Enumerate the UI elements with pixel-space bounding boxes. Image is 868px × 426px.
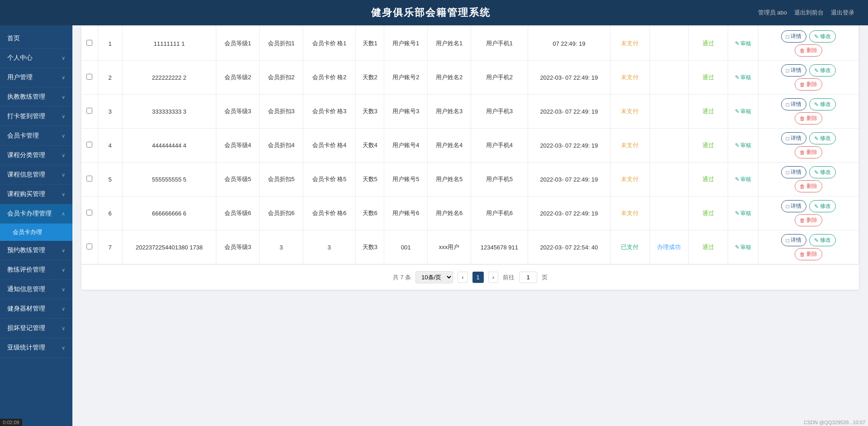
sidebar-item-checkin[interactable]: 打卡签到管理 ∨ xyxy=(0,107,72,126)
audit-button[interactable]: ✎ 审核 xyxy=(735,176,751,183)
edit-icon: ✎ xyxy=(814,67,819,74)
current-page-btn[interactable]: 1 xyxy=(472,272,484,283)
delete-button[interactable]: 🗑 删除 xyxy=(795,180,822,192)
audit-status-badge: 通过 xyxy=(702,244,714,250)
detail-label: 详情 xyxy=(791,67,801,74)
detail-button[interactable]: □ 详情 xyxy=(781,166,806,178)
action-row-top: □ 详情 ✎ 修改 xyxy=(781,200,836,212)
action-row-top: □ 详情 ✎ 修改 xyxy=(781,30,836,43)
sidebar-item-coursecategory[interactable]: 课程分类管理 ∨ xyxy=(0,146,72,165)
sidebar-item-coursebuy[interactable]: 课程购买管理 ∨ xyxy=(0,185,72,204)
goto-label: 前往 xyxy=(503,273,515,282)
edit-button[interactable]: ✎ 修改 xyxy=(809,166,836,178)
sidebar-item-courseinfo[interactable]: 课程信息管理 ∨ xyxy=(0,165,72,185)
page-title: 健身俱乐部会籍管理系统 xyxy=(104,6,758,19)
delete-button[interactable]: 🗑 删除 xyxy=(795,248,822,260)
row-actions: □ 详情 ✎ 修改 🗑 删除 xyxy=(758,196,858,230)
delete-button[interactable]: 🗑 删除 xyxy=(795,214,822,226)
row-checkbox[interactable] xyxy=(86,108,92,114)
sidebar-item-cardmanage[interactable]: 会员卡办理管理 ∧ xyxy=(0,204,72,224)
row-cardno: 555555555 5 xyxy=(122,163,216,196)
delete-button[interactable]: 🗑 删除 xyxy=(795,44,822,57)
row-paystatus: 未支付 xyxy=(610,196,649,230)
table-row: 3 333333333 3 会员等级3 会员折扣3 会员卡价 格3 天数3 用户… xyxy=(81,95,859,129)
delete-label: 删除 xyxy=(806,47,817,54)
edit-button[interactable]: ✎ 修改 xyxy=(809,132,836,144)
sidebar-item-reservation[interactable]: 预约教练管理 ∨ xyxy=(0,241,72,260)
delete-button[interactable]: 🗑 删除 xyxy=(795,146,822,158)
next-page-btn[interactable]: › xyxy=(488,272,498,283)
detail-button[interactable]: □ 详情 xyxy=(781,200,806,212)
detail-button[interactable]: □ 详情 xyxy=(781,234,806,246)
detail-button[interactable]: □ 详情 xyxy=(781,30,806,43)
goto-input[interactable] xyxy=(519,272,537,283)
action-row-top: □ 详情 ✎ 修改 xyxy=(781,132,836,144)
delete-label: 删除 xyxy=(806,182,817,190)
row-checkbox[interactable] xyxy=(86,74,92,80)
audit-button[interactable]: ✎ 审核 xyxy=(735,108,751,115)
audit-button[interactable]: ✎ 审核 xyxy=(735,244,751,251)
sidebar-item-home[interactable]: 首页 xyxy=(0,29,72,48)
row-checkbox[interactable] xyxy=(86,210,92,215)
detail-label: 详情 xyxy=(791,202,801,210)
edit-button[interactable]: ✎ 修改 xyxy=(809,234,836,246)
sidebar-label-coursecategory: 课程分类管理 xyxy=(7,151,45,159)
delete-button[interactable]: 🗑 删除 xyxy=(795,112,822,124)
row-level: 会员等级4 xyxy=(216,129,260,163)
row-checkbox[interactable] xyxy=(86,244,92,249)
audit-button[interactable]: ✎ 审核 xyxy=(735,40,751,48)
pay-status-badge: 未支付 xyxy=(621,40,639,47)
row-audit: ✎ 审核 xyxy=(728,163,758,196)
back-to-front-link[interactable]: 退出到前台 xyxy=(794,9,824,17)
row-price: 会员卡价 格3 xyxy=(303,95,356,129)
row-price: 会员卡价 格6 xyxy=(303,196,356,230)
detail-button[interactable]: □ 详情 xyxy=(781,132,806,144)
edit-button[interactable]: ✎ 修改 xyxy=(809,98,836,110)
audit-button[interactable]: ✎ 审核 xyxy=(735,74,751,81)
row-paystatus: 已支付 xyxy=(610,230,649,264)
action-cell: □ 详情 ✎ 修改 🗑 删除 xyxy=(762,64,855,91)
detail-button[interactable]: □ 详情 xyxy=(781,64,806,77)
row-name: xxx用户 xyxy=(428,230,471,264)
row-checkbox-cell xyxy=(81,95,98,129)
row-created: 2022-03- 07 22:49: 19 xyxy=(528,95,610,129)
row-checkbox[interactable] xyxy=(86,142,92,148)
sidebar-item-notice[interactable]: 通知信息管理 ∨ xyxy=(0,280,72,299)
audit-icon: ✎ xyxy=(735,176,739,182)
row-name: 用户姓名6 xyxy=(428,196,471,230)
audit-button[interactable]: ✎ 审核 xyxy=(735,142,751,149)
delete-label: 删除 xyxy=(806,250,817,258)
row-checkbox[interactable] xyxy=(86,40,92,46)
row-days: 天数5 xyxy=(356,163,384,196)
edit-button[interactable]: ✎ 修改 xyxy=(809,64,836,77)
edit-icon: ✎ xyxy=(814,237,819,244)
sidebar-item-membercard[interactable]: 会员卡管理 ∨ xyxy=(0,126,72,146)
sidebar-item-user[interactable]: 用户管理 ∨ xyxy=(0,68,72,87)
row-checkbox-cell xyxy=(81,196,98,230)
delete-button[interactable]: 🗑 删除 xyxy=(795,78,822,91)
delete-label: 删除 xyxy=(806,216,817,224)
page-size-select[interactable]: 10条/页 20条/页 50条/页 xyxy=(415,271,453,283)
row-phone: 用户手机2 xyxy=(471,61,528,95)
sidebar-subitem-cardhandle[interactable]: 会员卡办理 xyxy=(0,224,72,241)
audit-button[interactable]: ✎ 审核 xyxy=(735,210,751,217)
sidebar-item-coacheval[interactable]: 教练评价管理 ∨ xyxy=(0,260,72,280)
audit-label: 审核 xyxy=(740,74,751,81)
detail-button[interactable]: □ 详情 xyxy=(781,98,806,110)
row-days: 天数2 xyxy=(356,61,384,95)
table-row: 1 11111111 1 会员等级1 会员折扣1 会员卡价 格1 天数1 用户账… xyxy=(81,27,859,61)
action-row-bottom: 🗑 删除 xyxy=(795,180,822,192)
edit-button[interactable]: ✎ 修改 xyxy=(809,30,836,43)
row-checkbox[interactable] xyxy=(86,176,92,182)
sidebar-item-personal[interactable]: 个人中心 ∨ xyxy=(0,48,72,68)
pay-status-badge: 未支付 xyxy=(621,142,639,148)
sidebar-label-coach: 执教教练管理 xyxy=(7,93,45,101)
edit-button[interactable]: ✎ 修改 xyxy=(809,200,836,212)
edit-label: 修改 xyxy=(820,202,831,210)
prev-page-btn[interactable]: ‹ xyxy=(458,272,467,283)
sidebar-item-coach[interactable]: 执教教练管理 ∨ xyxy=(0,87,72,107)
audit-icon: ✎ xyxy=(735,108,739,115)
row-days: 天数3 xyxy=(356,95,384,129)
logout-link[interactable]: 退出登录 xyxy=(831,9,854,17)
table-scroll[interactable]: 序号 会员卡号 会员等级 会员折扣 会员卡价格 天数 用户账号 用户姓名 用户手… xyxy=(81,9,859,264)
